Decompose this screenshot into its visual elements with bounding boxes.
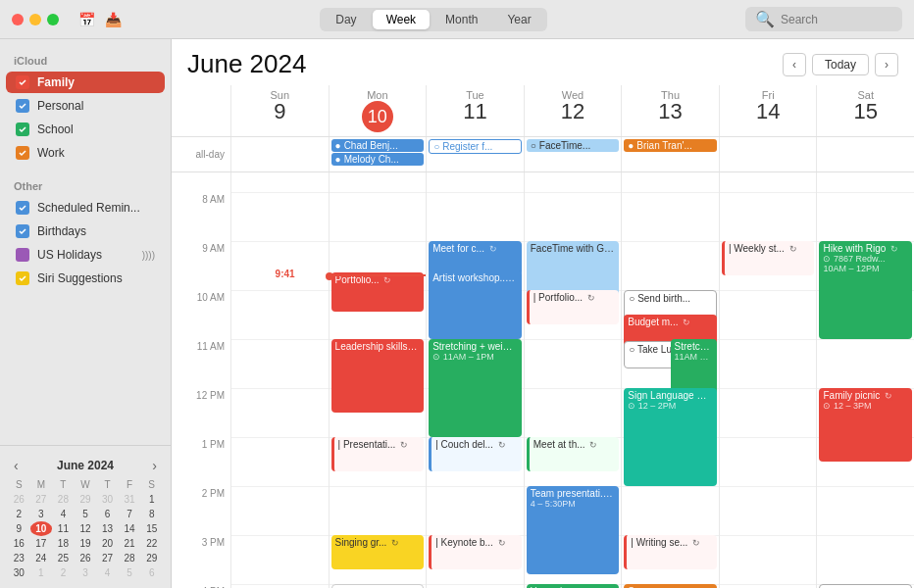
event-portfolio-mon[interactable]: Portfolio... ↻ (331, 272, 425, 312)
mini-cal-day[interactable]: 29 (140, 551, 163, 565)
sidebar-item-school[interactable]: School (6, 119, 165, 140)
mini-cal-day[interactable]: 6 (140, 565, 163, 580)
close-button[interactable] (12, 14, 24, 25)
tab-week[interactable]: Week (373, 10, 430, 29)
mini-cal-day[interactable]: 8 (140, 507, 163, 521)
event-family-picnic[interactable]: Family picnic ↻ ⊙ 12 – 3PM (819, 388, 912, 462)
event-presentation-mon[interactable]: | Presentati... ↻ (331, 437, 425, 471)
event-title: Meet at th... ↻ (533, 439, 616, 450)
event-portfolio-wed[interactable]: | Portfolio... ↻ (527, 290, 620, 324)
event-sign-lang[interactable]: Sign Language Club ⊙ 12 – 2PM (624, 388, 717, 486)
allday-event-chad[interactable]: ● Chad Benj... (331, 139, 425, 152)
siri-checkbox[interactable] (16, 271, 29, 285)
mini-cal-day[interactable]: 17 (30, 536, 53, 551)
mini-cal-day[interactable]: 15 (140, 521, 163, 536)
mini-cal-day[interactable]: 1 (140, 492, 163, 507)
event-leadership[interactable]: Leadership skills work... ↻ (331, 339, 425, 413)
mini-cal-day[interactable]: 18 (52, 536, 75, 551)
mini-cal-day[interactable]: 16 (8, 536, 30, 551)
mini-cal-day[interactable]: 28 (119, 551, 141, 565)
today-btn[interactable]: Today (812, 54, 869, 75)
mini-cal-day[interactable]: 28 (52, 492, 75, 507)
event-keynote[interactable]: | Keynote b... ↻ (429, 535, 522, 569)
mini-cal-day[interactable]: 31 (119, 492, 141, 507)
tab-month[interactable]: Month (432, 10, 491, 29)
event-writing[interactable]: | Writing se... ↻ (624, 535, 717, 569)
event-title: | Portfolio... ↻ (533, 292, 616, 303)
mini-cal-day[interactable]: 10 (30, 521, 53, 536)
event-artist[interactable]: Artist workshop... ↻ (429, 270, 522, 339)
mini-cal-day[interactable]: 2 (52, 565, 75, 580)
cal-prev-btn[interactable]: ‹ (783, 53, 806, 76)
mini-cal-day[interactable]: 6 (96, 507, 119, 521)
holidays-checkbox[interactable] (16, 248, 29, 262)
tab-year[interactable]: Year (493, 10, 544, 29)
sidebar-item-holidays[interactable]: US Holidays )))) (6, 244, 165, 266)
event-team[interactable]: Team presentati... ↻ 4 – 5:30PM (527, 486, 620, 574)
event-call-jenny[interactable]: ○ Call Jenny (819, 584, 912, 588)
mini-cal-day[interactable]: 23 (8, 551, 30, 565)
mini-cal-day[interactable]: 5 (75, 507, 97, 521)
mini-cal-day[interactable]: 27 (30, 492, 53, 507)
mini-cal-day[interactable]: 29 (75, 492, 97, 507)
event-yoga[interactable]: Yoga class ↻ ⊙ 501 Stanya... 4 – 5:30PM (527, 584, 620, 588)
event-singing[interactable]: Singing gr... ↻ (331, 535, 425, 569)
search-input[interactable] (781, 13, 892, 26)
mini-cal-day[interactable]: 11 (52, 521, 75, 536)
mini-cal-day[interactable]: 30 (8, 565, 30, 580)
mini-cal-day[interactable]: 26 (75, 551, 97, 565)
birthdays-checkbox[interactable] (16, 224, 29, 238)
work-checkbox[interactable] (16, 146, 29, 160)
personal-checkbox[interactable] (16, 99, 29, 113)
school-checkbox[interactable] (16, 122, 29, 136)
event-weekly[interactable]: | Weekly st... ↻ (722, 241, 815, 275)
mini-cal-day[interactable]: 4 (96, 565, 119, 580)
sidebar-item-family[interactable]: Family (6, 72, 165, 93)
mini-cal-day[interactable]: 30 (96, 492, 119, 507)
mini-calendar: ‹ June 2024 › S M T W T F S 2 (0, 445, 171, 588)
mini-cal-day[interactable]: 24 (30, 551, 53, 565)
mini-cal-prev[interactable]: ‹ (10, 458, 23, 473)
mini-cal-day[interactable]: 14 (119, 521, 141, 536)
event-stretching-tue[interactable]: Stretching + weights ↻ ⊙ 11AM – 1PM (429, 339, 522, 437)
tab-day[interactable]: Day (322, 10, 370, 29)
event-soccer[interactable]: Soccer pr... ↻ (624, 584, 717, 588)
sidebar-item-personal[interactable]: Personal (6, 95, 165, 117)
mini-cal-day[interactable]: 1 (30, 565, 53, 580)
mini-cal-day[interactable]: 13 (96, 521, 119, 536)
event-meet-wed[interactable]: Meet at th... ↻ (527, 437, 620, 471)
mini-cal-day[interactable]: 19 (75, 536, 97, 551)
search-box[interactable]: 🔍 (745, 7, 902, 31)
allday-event-register[interactable]: ○ Register f... (429, 139, 522, 154)
reminders-checkbox[interactable] (16, 201, 29, 215)
mini-cal-day[interactable]: 9 (8, 521, 30, 536)
mini-cal-day[interactable]: 22 (140, 536, 163, 551)
event-couch[interactable]: | Couch del... ↻ (429, 437, 522, 471)
allday-event-melody[interactable]: ● Melody Ch... (331, 153, 425, 166)
event-pickup[interactable]: ○ Pick up art... (331, 584, 425, 588)
mini-cal-day[interactable]: 12 (75, 521, 97, 536)
sidebar-item-work[interactable]: Work (6, 142, 165, 164)
mini-cal-day[interactable]: 20 (96, 536, 119, 551)
family-checkbox[interactable] (16, 75, 29, 89)
allday-event-brian[interactable]: ● Brian Tran'... (624, 139, 717, 152)
sidebar-item-birthdays[interactable]: Birthdays (6, 220, 165, 242)
event-hike[interactable]: Hike with Rigo ↻ ⊙ 7867 Redw... 10AM – 1… (819, 241, 912, 339)
mini-cal-day[interactable]: 3 (75, 565, 97, 580)
sidebar-item-siri[interactable]: Siri Suggestions (6, 268, 165, 289)
mini-cal-day[interactable]: 3 (30, 507, 53, 521)
mini-cal-day[interactable]: 25 (52, 551, 75, 565)
mini-cal-day[interactable]: 4 (52, 507, 75, 521)
mini-cal-day[interactable]: 27 (96, 551, 119, 565)
mini-cal-next[interactable]: › (148, 458, 161, 473)
mini-cal-day[interactable]: 26 (8, 492, 30, 507)
sidebar-item-reminders[interactable]: Scheduled Remin... (6, 197, 165, 219)
cal-next-btn[interactable]: › (875, 53, 898, 76)
mini-cal-day[interactable]: 21 (119, 536, 141, 551)
mini-cal-day[interactable]: 2 (8, 507, 30, 521)
mini-cal-day[interactable]: 5 (119, 565, 141, 580)
minimize-button[interactable] (29, 14, 41, 25)
fullscreen-button[interactable] (47, 14, 59, 25)
allday-event-facetime[interactable]: ○ FaceTime... (527, 139, 620, 152)
mini-cal-day[interactable]: 7 (119, 507, 141, 521)
